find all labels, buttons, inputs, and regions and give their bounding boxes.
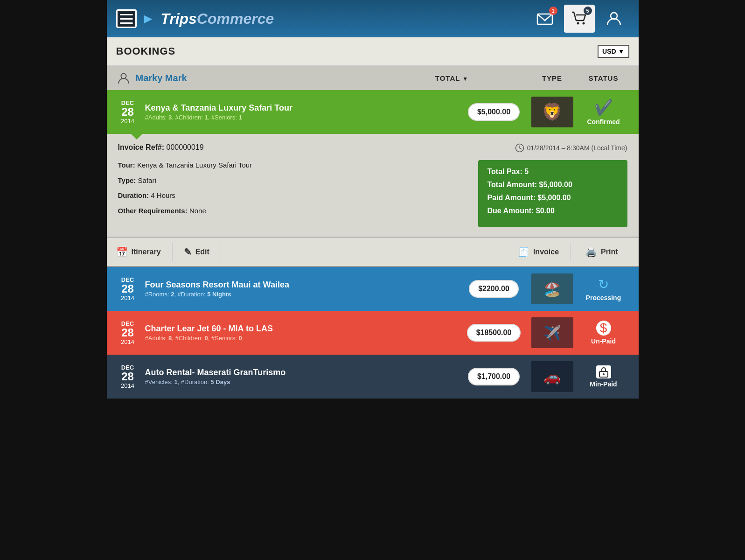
booking-info-3: Auto Rental- Maserati GranTurismo #Vehic… [145,368,461,385]
status-processing-label: Processing [586,294,621,301]
booking-info-0: Kenya & Tanzania Luxury Safari Tour #Adu… [145,103,461,121]
type-value: Safari [138,176,156,184]
total-amount-value: $5,000.00 [539,181,572,189]
booking-price-3: $1,700.00 [461,368,527,385]
itinerary-button[interactable]: 📅 Itinerary [116,243,173,261]
booking-row-0[interactable]: DEC 28 2014 Kenya & Tanzania Luxury Safa… [107,90,639,134]
booking-name-2: Charter Lear Jet 60 - MIA to LAS [145,324,461,334]
logo-area: ► TripsCommerce [116,9,529,28]
detail-right: Total Pax: 5 Total Amount: $5,000.00 Pai… [478,160,627,227]
detail-tour: Tour: Kenya & Tanzania Luxury Safari Tou… [118,160,469,171]
booking-status-1: ↻ Processing [578,277,629,301]
col-user: Marky Mark [116,70,419,85]
detail-type: Type: Safari [118,175,469,186]
edit-button[interactable]: ✎ Edit [173,243,221,261]
status-confirmed-icon: ✔️ [594,98,613,116]
edit-icon: ✎ [184,246,192,258]
print-icon: 🖨️ [585,246,597,258]
expand-arrow [130,133,143,140]
cart-button[interactable]: 5 [564,5,595,33]
edit-label: Edit [195,248,209,256]
requirements-value: None [189,207,206,215]
detail-time: 01/28/2014 – 8:30AM (Local Time) [515,143,627,153]
booking-row-2[interactable]: DEC 28 2014 Charter Lear Jet 60 - MIA to… [107,311,639,355]
due-amount-value: $0.00 [536,207,555,215]
invoice-button[interactable]: 🧾 Invoice [518,243,571,261]
detail-requirements: Other Requirements: None [118,206,469,217]
detail-panel: Invoice Ref#: 000000019 01/28/2014 – 8:3… [107,134,639,238]
itinerary-label: Itinerary [132,248,161,256]
booking-name-1: Four Seasons Resort Maui at Wailea [145,280,461,290]
date-block-2: DEC 28 2014 [116,320,139,345]
app-container: ► TripsCommerce 1 5 [107,0,639,399]
booking-price-0: $5,000.00 [461,103,527,121]
status-minpaid-icon [596,365,611,378]
paid-amount-row: Paid Amount: $5,000.00 [487,194,618,202]
invoice-icon: 🧾 [518,246,529,258]
svg-point-4 [121,74,126,79]
bookings-title: BOOKINGS [116,45,176,57]
price-pill-1: $2200.00 [469,280,519,298]
invoice-label: Invoice [533,248,559,256]
itinerary-icon: 📅 [116,246,128,258]
mail-button[interactable]: 1 [529,5,560,33]
detail-invoice: Invoice Ref#: 000000019 [118,143,204,152]
booking-info-1: Four Seasons Resort Maui at Wailea #Room… [145,280,461,298]
booking-status-3: Min-Paid [578,365,629,388]
menu-button[interactable] [116,9,137,28]
booking-details-3: #Vehicles: 1, #Duration: 5 Days [145,378,461,385]
date-block-1: DEC 28 2014 [116,276,139,301]
hamburger-line-2 [120,18,133,20]
price-pill-0: $5,000.00 [468,103,520,121]
currency-arrow: ▼ [618,48,625,55]
action-bar: 📅 Itinerary ✎ Edit 🧾 Invoice 🖨️ Print [107,238,639,267]
clock-icon [515,143,524,153]
invoice-number: 000000019 [167,143,204,151]
date-block-3: DEC 28 2014 [116,364,139,389]
total-pax-row: Total Pax: 5 [487,168,618,176]
header: ► TripsCommerce 1 5 [107,0,639,37]
detail-body: Tour: Kenya & Tanzania Luxury Safari Tou… [118,160,627,227]
sort-arrow[interactable]: ▼ [462,76,468,82]
logo-arrow: ► [141,11,155,27]
booking-name-0: Kenya & Tanzania Luxury Safari Tour [145,103,461,113]
cart-badge: 5 [584,7,592,15]
booking-details-1: #Rooms: 2, #Duration: 5 Nights [145,291,461,298]
status-unpaid-icon: $ [596,321,611,336]
svg-point-1 [577,22,579,25]
booking-status-2: $ Un-Paid [578,321,629,345]
bookings-bar: BOOKINGS USD ▼ [107,37,639,66]
hamburger-line-3 [120,22,133,24]
total-pax-value: 5 [524,168,529,175]
status-confirmed-label: Confirmed [587,118,620,126]
price-pill-2: $18500.00 [467,324,521,342]
booking-price-1: $2200.00 [461,280,527,298]
header-icons: 1 5 [529,5,629,33]
booking-row-3[interactable]: DEC 28 2014 Auto Rental- Maserati GranTu… [107,355,639,399]
print-button[interactable]: 🖨️ Print [574,243,629,261]
hamburger-line-1 [120,14,133,15]
booking-info-2: Charter Lear Jet 60 - MIA to LAS #Adults… [145,324,461,342]
detail-top: Invoice Ref#: 000000019 01/28/2014 – 8:3… [118,143,627,153]
booking-details-0: #Adults: 3, #Children: 1, #Seniors: 1 [145,114,461,121]
detail-left: Tour: Kenya & Tanzania Luxury Safari Tou… [118,160,469,227]
currency-label: USD [602,48,616,55]
column-headers: Marky Mark TOTAL ▼ TYPE STATUS [107,66,639,90]
mail-badge: 1 [549,7,557,15]
booking-name-3: Auto Rental- Maserati GranTurismo [145,368,461,378]
duration-value: 4 Hours [151,191,175,199]
action-right: 🧾 Invoice 🖨️ Print [518,243,629,261]
col-status-header: STATUS [578,74,629,82]
total-amount-row: Total Amount: $5,000.00 [487,181,618,189]
user-icon [605,9,623,28]
user-button[interactable] [599,5,629,33]
time-text: 01/28/2014 – 8:30AM (Local Time) [527,144,627,152]
booking-price-2: $18500.00 [461,324,527,342]
currency-selector[interactable]: USD ▼ [598,45,629,58]
booking-row-1[interactable]: DEC 28 2014 Four Seasons Resort Maui at … [107,267,639,311]
status-processing-icon: ↻ [598,277,609,292]
date-block-0: DEC 28 2014 [116,99,139,125]
price-pill-3: $1,700.00 [468,368,520,385]
col-type-header: TYPE [527,74,578,82]
user-name: Marky Mark [136,73,187,84]
